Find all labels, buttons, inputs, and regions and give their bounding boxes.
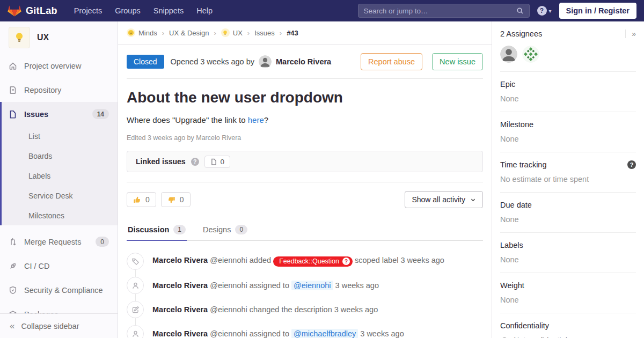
- issues-section: Issues 14 List Boards Labels Service Des…: [0, 102, 118, 225]
- lightbulb-icon: [222, 30, 228, 36]
- time-tracking-value: No estimate or time spent: [500, 175, 636, 183]
- breadcrumb-issue-ref: #43: [287, 29, 298, 37]
- issues-count-badge: 14: [92, 109, 109, 119]
- chevron-down-icon: [470, 197, 476, 203]
- sidebar-subitem-list[interactable]: List: [2, 126, 118, 146]
- time-tracking-section[interactable]: Time tracking ? No estimate or time spen…: [500, 152, 636, 193]
- linked-issues-count-button[interactable]: 0: [204, 156, 231, 168]
- brand-name: GitLab: [26, 5, 57, 17]
- nav-projects[interactable]: Projects: [68, 3, 108, 18]
- author-name[interactable]: Marcelo Rivera: [276, 57, 331, 66]
- thumbs-down-icon: [167, 196, 175, 204]
- linked-issues-count: 0: [221, 158, 225, 166]
- gitlab-logo[interactable]: GitLab: [8, 4, 57, 17]
- nav-help[interactable]: Help: [191, 3, 218, 18]
- search-input[interactable]: [364, 7, 516, 15]
- confidentiality-value: Not confidential: [514, 336, 567, 338]
- sidebar-subitem-labels[interactable]: Labels: [2, 166, 118, 186]
- breadcrumb-group-label: Minds: [138, 29, 157, 37]
- sidebar-item-repository[interactable]: Repository: [0, 78, 118, 102]
- sidebar-item-label: Project overview: [24, 62, 81, 70]
- smiley-icon: [128, 30, 134, 36]
- time-tracking-help-icon[interactable]: ?: [627, 160, 636, 169]
- event-action: @eiennohi changed the description 3 week…: [210, 305, 378, 314]
- thumbs-up-button[interactable]: 0: [127, 192, 156, 207]
- milestone-value: None: [500, 135, 636, 143]
- navbar-links: Projects Groups Snippets Help: [68, 3, 218, 18]
- labels-section[interactable]: Labels None: [500, 233, 636, 273]
- labels-title: Labels: [500, 241, 523, 249]
- confidentiality-title: Confidentiality: [500, 321, 549, 330]
- timeline-event-description-changed: Marcelo Rivera @eiennohi changed the des…: [127, 301, 483, 318]
- issues-icon: [9, 110, 17, 119]
- sidebar-subitem-boards[interactable]: Boards: [2, 146, 118, 166]
- assignee-avatar-identicon[interactable]: [522, 46, 539, 63]
- weight-section[interactable]: Weight None: [500, 273, 636, 313]
- timeline-event-assigned: Marcelo Rivera @eiennohi assigned to @ei…: [127, 277, 483, 294]
- breadcrumb-separator: ›: [247, 29, 250, 37]
- project-header[interactable]: UX: [0, 21, 118, 54]
- breadcrumb-group[interactable]: Minds: [127, 28, 157, 37]
- thumbs-down-count: 0: [180, 195, 184, 204]
- assignees-title[interactable]: 2 Assignees: [500, 30, 542, 38]
- pencil-icon: [127, 301, 144, 318]
- scoped-label-feedback-question[interactable]: Feedback::Question ?: [273, 256, 353, 267]
- milestone-title: Milestone: [500, 120, 533, 129]
- breadcrumb-issues-label: Issues: [254, 29, 275, 37]
- mention-link[interactable]: @eiennohi: [291, 281, 333, 290]
- nav-groups[interactable]: Groups: [109, 3, 147, 18]
- sidebar-item-merge-requests[interactable]: Merge Requests 0: [0, 230, 118, 254]
- author-avatar[interactable]: [259, 55, 272, 68]
- sidebar-subitem-milestones[interactable]: Milestones: [2, 205, 118, 225]
- breadcrumb-project[interactable]: UX: [221, 28, 243, 37]
- sidebar-subitem-service-desk[interactable]: Service Desk: [2, 186, 118, 205]
- help-question-icon[interactable]: ?: [191, 158, 199, 166]
- assignee-avatar-photo[interactable]: [500, 46, 517, 63]
- event-author[interactable]: Marcelo Rivera: [152, 305, 208, 314]
- search-icon: [516, 7, 524, 14]
- mention-link[interactable]: @michaelfbradley: [291, 329, 358, 338]
- event-suffix: scoped label 3 weeks ago: [355, 256, 444, 264]
- epic-section[interactable]: Epic None: [500, 72, 636, 112]
- due-date-value: None: [500, 215, 636, 224]
- collapse-right-icon[interactable]: »: [625, 30, 636, 38]
- sidebar-item-project-overview[interactable]: Project overview: [0, 54, 118, 78]
- sidebar-item-cicd[interactable]: CI / CD: [0, 254, 118, 278]
- breadcrumb-subgroup-label: UX & Design: [169, 29, 209, 37]
- sidebar-item-security[interactable]: Security & Compliance: [0, 278, 118, 302]
- event-author[interactable]: Marcelo Rivera: [152, 329, 208, 338]
- event-suffix: 3 weeks ago: [335, 281, 379, 290]
- sidebar-item-label: CI / CD: [24, 262, 50, 270]
- activity-filter-dropdown[interactable]: Show all activity: [405, 191, 483, 208]
- project-name: UX: [37, 33, 49, 42]
- sidebar-item-issues[interactable]: Issues 14: [2, 102, 118, 126]
- home-icon: [9, 62, 17, 70]
- report-abuse-button[interactable]: Report abuse: [361, 53, 422, 70]
- milestone-section[interactable]: Milestone None: [500, 112, 636, 152]
- user-icon: [127, 277, 144, 294]
- tab-discussion[interactable]: Discussion 1: [127, 218, 187, 241]
- global-search[interactable]: [358, 4, 530, 18]
- breadcrumb-subgroup[interactable]: UX & Design: [169, 29, 209, 37]
- help-menu[interactable]: ? ▾: [537, 6, 552, 16]
- event-author[interactable]: Marcelo Rivera: [152, 256, 208, 264]
- new-issue-button[interactable]: New issue: [432, 53, 483, 70]
- confidentiality-section[interactable]: Confidentiality Not confidential: [500, 313, 636, 338]
- thumbs-down-button[interactable]: 0: [161, 192, 191, 207]
- breadcrumb-issues[interactable]: Issues: [254, 29, 275, 37]
- tab-designs[interactable]: Designs 0: [202, 218, 248, 241]
- sign-in-button[interactable]: Sign in / Register: [559, 3, 636, 19]
- user-icon: [127, 325, 144, 338]
- due-date-section[interactable]: Due date None: [500, 193, 636, 233]
- breadcrumb-separator: ›: [214, 29, 216, 37]
- thumbs-up-icon: [133, 196, 141, 204]
- collapse-sidebar-button[interactable]: « Collapse sidebar: [0, 313, 118, 338]
- description-text: ?: [264, 115, 268, 124]
- labels-value: None: [500, 255, 636, 264]
- event-author[interactable]: Marcelo Rivera: [152, 281, 208, 290]
- timeline-event-text: Marcelo Rivera @eiennohi changed the des…: [152, 305, 378, 314]
- description-link[interactable]: here: [248, 115, 264, 124]
- document-icon: [9, 86, 17, 94]
- nav-snippets[interactable]: Snippets: [148, 3, 189, 18]
- timeline-event-text: Marcelo Rivera @eiennohi assigned to @ei…: [152, 281, 379, 290]
